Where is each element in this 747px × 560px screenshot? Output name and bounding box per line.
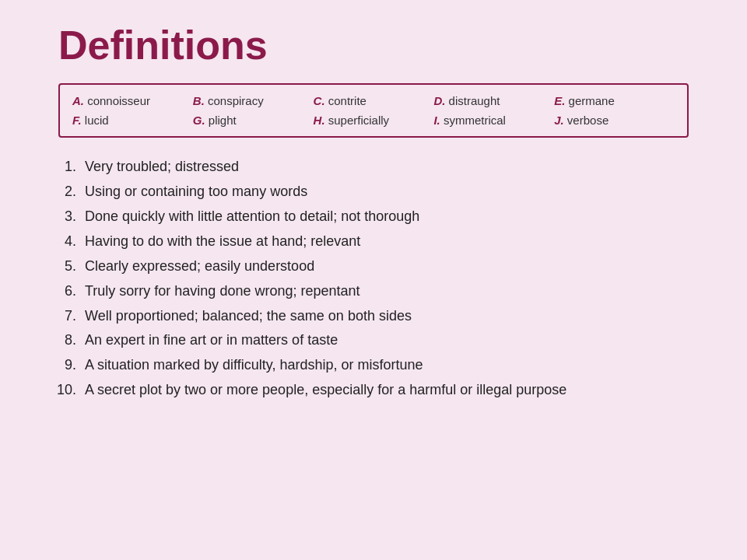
word-letter: I. — [433, 114, 440, 127]
word-letter: A. — [72, 94, 84, 107]
definition-item: A secret plot by two or more people, esp… — [80, 380, 689, 401]
definition-item: An expert in fine art or in matters of t… — [80, 330, 689, 352]
word-item: B. conspiracy — [193, 94, 314, 107]
word-item: I. symmetrical — [433, 114, 554, 127]
word-letter: E. — [554, 94, 565, 107]
word-item: D. distraught — [433, 94, 554, 107]
word-box: A. connoisseurB. conspiracyC. contriteD.… — [58, 83, 689, 138]
word-letter: H. — [314, 114, 325, 127]
word-item: C. contrite — [314, 94, 434, 107]
definition-item: Having to do with the issue at hand; rel… — [80, 231, 689, 253]
definition-item: Clearly expressed; easily understood — [80, 256, 689, 278]
definition-item: A situation marked by difficulty, hardsh… — [80, 355, 689, 376]
word-item: E. germane — [554, 94, 675, 107]
definition-item: Done quickly with little attention to de… — [80, 206, 689, 228]
word-letter: B. — [193, 94, 205, 107]
word-letter: C. — [314, 94, 325, 107]
word-letter: G. — [193, 114, 205, 127]
definitions-list: Very troubled; distressedUsing or contai… — [58, 156, 689, 401]
definition-item: Truly sorry for having done wrong; repen… — [80, 281, 689, 303]
definition-item: Well proportioned; balanced; the same on… — [80, 306, 689, 327]
word-item: J. verbose — [554, 114, 675, 127]
page-title: Definitions — [58, 23, 689, 68]
word-letter: J. — [554, 114, 564, 127]
word-letter: D. — [433, 94, 445, 107]
word-letter: F. — [72, 114, 82, 127]
word-item: F. lucid — [72, 114, 193, 127]
word-item: H. superficially — [314, 114, 434, 127]
word-item: A. connoisseur — [72, 94, 193, 107]
definition-item: Using or containing too many words — [80, 181, 689, 203]
word-item: G. plight — [193, 114, 314, 127]
definition-item: Very troubled; distressed — [80, 156, 689, 178]
page-container: Definitions A. connoisseurB. conspiracyC… — [0, 0, 747, 428]
